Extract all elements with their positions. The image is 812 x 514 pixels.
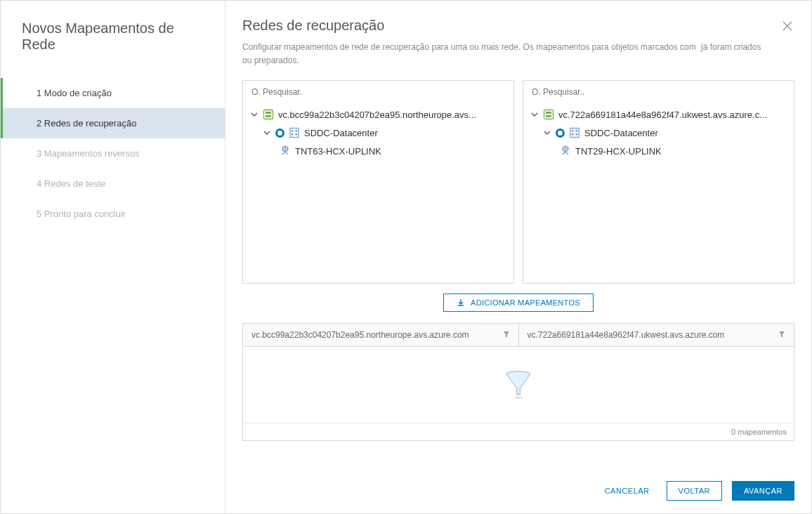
chevron-down-icon[interactable] — [543, 129, 551, 136]
radio-selected-icon[interactable] — [275, 128, 284, 138]
main-header: Redes de recuperação — [242, 18, 794, 41]
source-datacenter-node[interactable]: SDDC-Datacenter — [250, 124, 506, 142]
wizard-container: Novos Mapeamentos de Rede 1 Modo de cria… — [0, 0, 812, 514]
target-datacenter-label: SDDC-Datacenter — [584, 128, 658, 138]
svg-rect-6 — [292, 133, 294, 136]
page-title: Redes de recuperação — [242, 18, 384, 34]
source-datacenter-label: SDDC-Datacenter — [304, 128, 378, 138]
wizard-title: Novos Mapeamentos de Rede — [1, 1, 225, 78]
column-target: vc.722a669181a44e8a962f47.ukwest.avs.azu… — [518, 324, 794, 346]
svg-rect-2 — [266, 115, 271, 117]
target-search-input[interactable] — [532, 87, 785, 97]
step-recovery-networks[interactable]: 2 Redes de recuperação — [1, 108, 225, 138]
target-network-node[interactable]: TNT29-HCX-UPLINK — [530, 142, 787, 160]
column-source: vc.bcc99a22b3c04207b2ea95.northeurope.av… — [243, 324, 518, 346]
wizard-main: Redes de recuperação Configurar mapeamen… — [225, 1, 811, 513]
source-tree-panel: vc.bcc99a22b3c04207b2ea95.northeurope.av… — [242, 80, 514, 284]
funnel-icon — [502, 368, 535, 402]
step-creation-mode[interactable]: 1 Modo de criação — [1, 78, 225, 108]
button-bar: CANCELAR VOLTAR AVANÇAR — [242, 466, 794, 501]
datacenter-icon — [289, 127, 300, 138]
svg-rect-7 — [296, 133, 298, 136]
page-subtitle: Configurar mapeamentos de rede de recupe… — [242, 41, 776, 67]
network-icon — [560, 145, 571, 157]
step-list: 1 Modo de criação 2 Redes de recuperação… — [1, 78, 225, 229]
vcenter-icon — [263, 109, 274, 120]
svg-rect-11 — [546, 112, 551, 114]
svg-rect-1 — [266, 112, 271, 114]
svg-rect-5 — [296, 130, 298, 132]
svg-rect-15 — [576, 130, 578, 132]
step-ready-to-complete: 5 Pronto para concluir — [1, 199, 225, 229]
mapping-footer: 0 mapeamentos — [243, 423, 794, 440]
download-icon — [457, 298, 465, 307]
source-vcenter-node[interactable]: vc.bcc99a22b3c04207b2ea95.northeurope.av… — [250, 105, 506, 124]
target-search-row — [523, 81, 794, 103]
step-reverse-mappings: 3 Mapeamentos reversos — [1, 138, 225, 169]
target-vcenter-label: vc.722a669181a44e8a962f47.ukwest.avs.azu… — [558, 110, 767, 120]
svg-rect-17 — [576, 133, 578, 136]
chevron-down-icon[interactable] — [250, 111, 258, 118]
close-icon — [782, 20, 793, 32]
filter-icon[interactable] — [503, 331, 510, 339]
filter-icon[interactable] — [778, 331, 785, 339]
svg-rect-14 — [572, 130, 574, 132]
svg-rect-10 — [544, 110, 554, 119]
svg-rect-4 — [292, 130, 294, 132]
target-network-label: TNT29-HCX-UPLINK — [575, 146, 662, 157]
source-network-label: TNT63-HCX-UPLINK — [295, 146, 381, 157]
source-search-input[interactable] — [251, 87, 505, 97]
svg-rect-3 — [290, 128, 299, 138]
add-mapping-row: ADICIONAR MAPEAMENTOS — [242, 284, 794, 323]
back-button[interactable]: VOLTAR — [667, 481, 722, 501]
svg-point-21 — [514, 397, 523, 399]
source-network-node[interactable]: TNT63-HCX-UPLINK — [250, 142, 506, 160]
chevron-down-icon[interactable] — [530, 111, 539, 118]
svg-rect-0 — [264, 110, 273, 119]
mapping-table: vc.bcc99a22b3c04207b2ea95.northeurope.av… — [242, 323, 794, 441]
source-vcenter-label: vc.bcc99a22b3c04207b2ea95.northeurope.av… — [278, 110, 476, 120]
cancel-button[interactable]: CANCELAR — [598, 481, 657, 501]
tree-panels: vc.bcc99a22b3c04207b2ea95.northeurope.av… — [242, 80, 794, 284]
mapping-header: vc.bcc99a22b3c04207b2ea95.northeurope.av… — [243, 324, 794, 347]
close-button[interactable] — [780, 18, 794, 36]
source-tree: vc.bcc99a22b3c04207b2ea95.northeurope.av… — [243, 103, 513, 167]
next-button[interactable]: AVANÇAR — [732, 481, 794, 501]
svg-rect-12 — [546, 115, 551, 117]
vcenter-icon — [543, 109, 554, 120]
network-icon — [280, 145, 291, 157]
source-search-row — [243, 81, 513, 103]
mapping-body-empty — [243, 347, 794, 423]
wizard-sidebar: Novos Mapeamentos de Rede 1 Modo de cria… — [1, 1, 225, 513]
step-test-networks: 4 Redes de teste — [1, 169, 225, 199]
chevron-down-icon[interactable] — [263, 129, 271, 136]
svg-rect-13 — [570, 128, 579, 138]
add-mapping-button[interactable]: ADICIONAR MAPEAMENTOS — [443, 294, 594, 312]
target-tree-panel: vc.722a669181a44e8a962f47.ukwest.avs.azu… — [523, 80, 794, 284]
target-datacenter-node[interactable]: SDDC-Datacenter — [530, 124, 787, 142]
target-vcenter-node[interactable]: vc.722a669181a44e8a962f47.ukwest.avs.azu… — [530, 105, 787, 124]
svg-rect-16 — [572, 133, 574, 136]
datacenter-icon — [569, 127, 580, 138]
target-tree: vc.722a669181a44e8a962f47.ukwest.avs.azu… — [523, 103, 794, 167]
radio-selected-icon[interactable] — [556, 128, 565, 138]
